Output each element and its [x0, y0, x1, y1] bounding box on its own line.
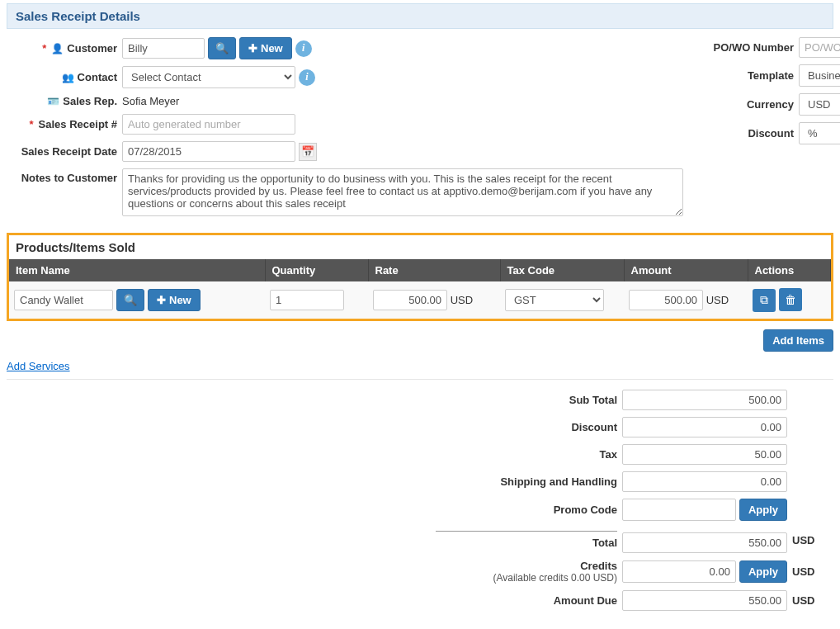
label-currency: Currency: [708, 98, 799, 111]
notes-textarea[interactable]: Thanks for providing us the opportunity …: [122, 168, 683, 216]
label-salesrep: Sales Rep.: [7, 95, 122, 107]
total-input[interactable]: [622, 532, 787, 553]
required-marker: *: [30, 118, 34, 130]
plus-icon: ✚: [157, 294, 166, 306]
form-right-col: PO/WO Number i Template Business Currenc…: [708, 37, 840, 223]
discount-total-input[interactable]: [622, 417, 787, 437]
receiptno-input[interactable]: [122, 114, 295, 135]
copy-icon: ⧉: [760, 293, 768, 307]
label-customer: * Customer: [7, 42, 122, 54]
item-qty-input[interactable]: [270, 290, 344, 310]
label-promo: Promo Code: [436, 504, 617, 516]
item-new-button[interactable]: ✚New: [148, 289, 201, 311]
col-rate: Rate: [368, 259, 500, 281]
due-input[interactable]: [622, 590, 787, 611]
contact-select[interactable]: Select Contact: [122, 66, 295, 88]
label-subtotal: Sub Total: [436, 394, 617, 406]
template-select[interactable]: Business: [799, 64, 840, 87]
col-amount: Amount: [624, 259, 748, 281]
customer-search-button[interactable]: 🔍: [208, 37, 236, 59]
apply-credits-button[interactable]: Apply: [739, 560, 787, 583]
totals-area: Sub Total Discount Tax Shipping and Hand…: [7, 390, 833, 611]
col-actions: Actions: [748, 259, 831, 281]
label-due: Amount Due: [436, 594, 617, 607]
subtotal-input[interactable]: [622, 390, 787, 410]
label-powo: PO/WO Number: [708, 41, 799, 54]
credits-input[interactable]: [622, 560, 736, 583]
items-title: Products/Items Sold: [9, 235, 831, 259]
add-services-link[interactable]: Add Services: [7, 360, 70, 372]
due-unit: USD: [792, 594, 833, 607]
contacts-icon: [62, 71, 74, 83]
shipping-input[interactable]: [622, 471, 787, 492]
info-icon[interactable]: i: [295, 40, 312, 57]
item-search-button[interactable]: 🔍: [116, 289, 144, 311]
items-section: Products/Items Sold Item Name Quantity R…: [7, 233, 833, 321]
col-qty: Quantity: [265, 259, 368, 281]
row-duplicate-button[interactable]: ⧉: [753, 289, 776, 312]
powo-input[interactable]: [799, 37, 840, 58]
trash-icon: 🗑: [785, 293, 796, 306]
customer-new-button[interactable]: ✚New: [239, 37, 292, 59]
promo-input[interactable]: [622, 499, 736, 521]
label-total: Total: [436, 531, 617, 549]
items-table: Item Name Quantity Rate Tax Code Amount …: [9, 259, 831, 319]
label-receiptno: * Sales Receipt #: [7, 118, 122, 130]
label-notes: Notes to Customer: [7, 168, 122, 184]
tax-input[interactable]: [622, 444, 787, 465]
total-unit: USD: [792, 534, 833, 546]
receiptdate-input[interactable]: [122, 141, 295, 162]
divider: [7, 379, 833, 380]
label-tax: Tax: [436, 448, 617, 461]
item-name-input[interactable]: [14, 290, 113, 310]
col-name: Item Name: [9, 259, 265, 281]
credits-unit: USD: [792, 565, 833, 578]
apply-promo-button[interactable]: Apply: [739, 499, 787, 521]
required-marker: *: [42, 42, 46, 54]
calendar-icon[interactable]: [299, 143, 317, 161]
form-left-col: * Customer 🔍 ✚New i Contact Select Co: [7, 37, 683, 223]
customer-icon: [51, 42, 64, 54]
salesrep-value: Sofia Meyer: [122, 95, 179, 107]
row-delete-button[interactable]: 🗑: [779, 288, 802, 311]
customer-input[interactable]: [122, 38, 205, 59]
info-icon[interactable]: i: [299, 69, 315, 86]
salesrep-icon: [47, 95, 59, 107]
item-rate-input[interactable]: [373, 290, 447, 310]
rate-unit: USD: [451, 294, 473, 306]
label-shipping: Shipping and Handling: [436, 475, 617, 488]
form-area: * Customer 🔍 ✚New i Contact Select Co: [7, 37, 833, 223]
item-amount-input: [629, 290, 703, 310]
item-tax-select[interactable]: GST: [505, 289, 604, 311]
search-icon: 🔍: [215, 42, 229, 54]
label-discount: Discount: [708, 127, 799, 140]
table-row: 🔍 ✚New USD GST: [9, 281, 831, 319]
label-contact: Contact: [7, 71, 122, 83]
label-template: Template: [708, 69, 799, 82]
label-credits-sub: (Available credits 0.00 USD): [436, 572, 617, 584]
discount-type-select[interactable]: %: [799, 122, 840, 144]
currency-select[interactable]: USD: [799, 93, 840, 116]
section-title: Sales Receipt Details: [7, 3, 833, 29]
plus-icon: ✚: [248, 42, 257, 54]
search-icon: 🔍: [124, 294, 137, 306]
label-credits: Credits: [436, 560, 617, 572]
label-discount-total: Discount: [436, 421, 617, 433]
label-receiptdate: Sales Receipt Date: [7, 145, 122, 158]
col-tax: Tax Code: [500, 259, 624, 281]
amount-unit: USD: [706, 294, 729, 306]
add-items-button[interactable]: Add Items: [763, 329, 833, 352]
